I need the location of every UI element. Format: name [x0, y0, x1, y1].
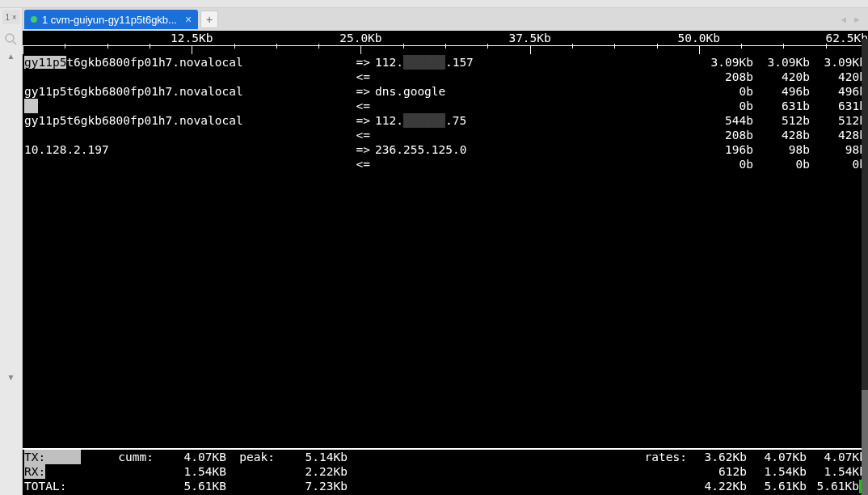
flow-rate-in: 631b [810, 99, 866, 113]
window-top-strip [0, 0, 868, 8]
rx-rate-3: 1.54Kb [807, 464, 866, 479]
flow-row: gy11p5t6gkb6800fp01h7.novalocal=>112.███… [24, 113, 866, 142]
tx-peak: 5.14Kb [275, 450, 348, 464]
scrollbar-vertical[interactable] [862, 39, 868, 495]
svg-point-0 [6, 34, 14, 42]
summary-tx-row: TX: cumm: 4.07KB peak: 5.14Kb rates: 3.6… [24, 450, 866, 464]
total-rate-3: 5.61Kb [807, 479, 866, 493]
arrow-in-icon: <= [348, 99, 370, 113]
cumm-header: cumm: [73, 450, 154, 464]
flow-rate-in: 0b [753, 157, 810, 171]
flow-rate-in: 631b [753, 99, 810, 113]
flow-row: gy11p5t6gkb6800fp01h7.novalocal=>112.███… [24, 55, 866, 84]
flow-rate-out: 512b [810, 113, 866, 128]
scale-label: 12.5Kb [171, 31, 213, 45]
flow-row: gy11p5t6gkb6800fp01h7.novalocal=>dns.goo… [24, 84, 866, 113]
add-tab-button[interactable]: + [200, 11, 218, 28]
arrow-out-icon: => [348, 55, 370, 70]
flow-rate-out: 0b [697, 84, 753, 99]
flow-destination: 112.███.75 [370, 113, 532, 128]
main-region: ▲ ▼ 1 cvm-guiyun-gy11p5t6gkb... × + ◄ ► … [0, 8, 868, 495]
total-peak: 7.23Kb [275, 479, 348, 493]
flow-destination: 112.███.157 [370, 55, 532, 70]
content-area: 1 cvm-guiyun-gy11p5t6gkb... × + ◄ ► 12.5… [23, 8, 868, 495]
rx-rate-1: 612b [687, 464, 747, 479]
flow-source: 10.128.2.197 [24, 142, 348, 157]
flow-rate-in: 208b [697, 128, 753, 142]
flow-destination: dns.google [370, 84, 532, 99]
flow-rate-out: 512b [753, 113, 810, 128]
tx-cumm: 4.07KB [154, 450, 226, 464]
tab-next-icon[interactable]: ► [853, 15, 862, 24]
flow-source-in [24, 157, 348, 171]
total-rate-2: 5.61Kb [747, 479, 807, 493]
flow-source: gy11p5t6gkb6800fp01h7.novalocal [24, 84, 348, 99]
total-cumm: 5.61KB [154, 479, 226, 493]
scale-label: 50.0Kb [678, 31, 720, 45]
tab-nav-arrows[interactable]: ◄ ► [839, 15, 862, 24]
rx-peak: 2.22Kb [275, 464, 348, 479]
peak-header: peak: [226, 450, 275, 464]
rx-rate-2: 1.54Kb [747, 464, 807, 479]
flow-rate-in: 0b [697, 99, 753, 113]
flow-rate-out: 496b [753, 84, 810, 99]
tab-close-icon[interactable]: × [185, 13, 192, 26]
flow-rate-out: 196b [697, 142, 753, 157]
scale-label: 37.5Kb [508, 31, 550, 45]
tab-bar: 1 cvm-guiyun-gy11p5t6gkb... × + ◄ ► [23, 8, 868, 31]
arrow-in-icon: <= [348, 70, 370, 84]
tx-rate-1: 3.62Kb [687, 450, 747, 464]
bandwidth-scale-ticks [23, 45, 868, 50]
flow-source-in [24, 128, 348, 142]
flow-rate-out: 3.09Kb [753, 55, 810, 70]
arrow-in-icon: <= [348, 128, 370, 142]
flow-rate-in: 0b [697, 157, 753, 171]
left-gutter: ▲ ▼ [0, 8, 23, 495]
flow-rate-out: 3.09Kb [697, 55, 753, 70]
flow-source-in [24, 99, 348, 113]
tab-label: 1 cvm-guiyun-gy11p5t6gkb... [42, 14, 177, 26]
tx-label: TX: [24, 450, 45, 464]
tx-rate-2: 4.07Kb [747, 450, 807, 464]
summary-total-row: TOTAL: 5.61KB 7.23Kb 4.22Kb 5.61Kb 5.61K… [24, 479, 866, 493]
rx-label: RX: [24, 464, 45, 479]
total-rate-1: 4.22Kb [687, 479, 747, 493]
flow-rate-in: 428b [753, 128, 810, 142]
flow-rate-out: 496b [810, 84, 866, 99]
rx-cumm: 1.54KB [154, 464, 226, 479]
flow-rate-out: 3.09Kb [810, 55, 866, 70]
flow-rate-in: 208b [697, 70, 753, 84]
summary-section: TX: cumm: 4.07KB peak: 5.14Kb rates: 3.6… [23, 450, 868, 495]
tab-status-dot [31, 16, 37, 23]
rates-header: rates: [638, 450, 687, 464]
flow-rate-out: 544b [697, 113, 753, 128]
search-icon[interactable] [4, 32, 19, 47]
svg-line-1 [13, 41, 16, 44]
flow-destination: 236.255.125.0 [370, 142, 532, 157]
expand-down-icon[interactable]: ▼ [7, 373, 15, 382]
flow-rate-in: 420b [753, 70, 810, 84]
total-label: TOTAL: [24, 479, 73, 493]
flow-row: 10.128.2.197=>236.255.125.0196b98b98b<=0… [24, 142, 866, 171]
flow-rate-in: 428b [810, 128, 866, 142]
flow-table: gy11p5t6gkb6800fp01h7.novalocal=>112.███… [23, 55, 868, 446]
scale-label: 25.0Kb [339, 31, 381, 45]
scrollbar-thumb[interactable] [862, 390, 868, 495]
flow-rate-out: 98b [810, 142, 866, 157]
terminal[interactable]: 12.5Kb 25.0Kb 37.5Kb 50.0Kb 62.5Kb [23, 31, 868, 495]
flow-rate-in: 420b [810, 70, 866, 84]
tab-prev-icon[interactable]: ◄ [839, 15, 848, 24]
flow-rate-out: 98b [753, 142, 810, 157]
flow-source-in [24, 70, 348, 84]
collapse-up-icon[interactable]: ▲ [7, 52, 15, 61]
session-close-button[interactable] [2, 10, 20, 24]
tx-rate-3: 4.07Kb [807, 450, 866, 464]
flow-source: gy11p5t6gkb6800fp01h7.novalocal [24, 113, 348, 128]
arrow-out-icon: => [348, 84, 370, 99]
tab-active[interactable]: 1 cvm-guiyun-gy11p5t6gkb... × [24, 10, 198, 29]
flow-source: gy11p5t6gkb6800fp01h7.novalocal [24, 55, 348, 70]
arrow-out-icon: => [348, 113, 370, 128]
arrow-out-icon: => [348, 142, 370, 157]
flow-rate-in: 0b [810, 157, 866, 171]
arrow-in-icon: <= [348, 157, 370, 171]
